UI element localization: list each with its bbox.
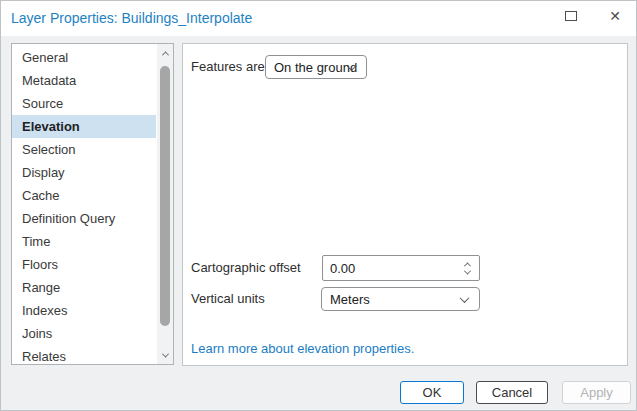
sidebar-item-selection[interactable]: Selection	[12, 138, 156, 161]
sidebar-item-floors[interactable]: Floors	[12, 253, 156, 276]
sidebar-item-definition-query[interactable]: Definition Query	[12, 207, 156, 230]
dialog-title: Layer Properties: Buildings_Interpolate	[11, 10, 252, 26]
elevation-settings-panel: Features are On the ground Cartographic …	[182, 43, 628, 366]
sidebar-item-cache[interactable]: Cache	[12, 184, 156, 207]
layer-properties-dialog: Layer Properties: Buildings_Interpolate …	[0, 0, 637, 411]
sidebar-scrollbar[interactable]	[157, 44, 173, 364]
sidebar-item-indexes[interactable]: Indexes	[12, 299, 156, 322]
sidebar-item-elevation[interactable]: Elevation	[12, 115, 156, 138]
cartographic-offset-label: Cartographic offset	[191, 255, 301, 281]
cartographic-offset-field	[322, 255, 480, 281]
maximize-button[interactable]	[554, 1, 588, 31]
features-are-dropdown[interactable]: On the ground	[265, 55, 367, 79]
vertical-units-value: Meters	[330, 292, 370, 307]
vertical-units-label: Vertical units	[191, 287, 265, 311]
elevation-help-link[interactable]: Learn more about elevation properties.	[191, 341, 414, 356]
maximize-icon	[565, 11, 577, 21]
cancel-button[interactable]: Cancel	[476, 381, 548, 404]
scrollbar-thumb[interactable]	[160, 66, 170, 326]
sidebar-item-relates[interactable]: Relates	[12, 345, 156, 368]
features-are-label: Features are	[191, 55, 265, 79]
sidebar-list: GeneralMetadataSourceElevationSelectionD…	[12, 46, 156, 368]
properties-category-list: GeneralMetadataSourceElevationSelectionD…	[11, 43, 174, 365]
sidebar-item-general[interactable]: General	[12, 46, 156, 69]
titlebar: Layer Properties: Buildings_Interpolate …	[1, 1, 636, 36]
chevron-down-icon	[460, 293, 470, 303]
close-icon: ✕	[609, 9, 621, 23]
sidebar-item-range[interactable]: Range	[12, 276, 156, 299]
sidebar-item-source[interactable]: Source	[12, 92, 156, 115]
cartographic-offset-input[interactable]	[323, 256, 453, 280]
scroll-down-icon[interactable]	[157, 348, 173, 362]
sidebar-item-display[interactable]: Display	[12, 161, 156, 184]
sidebar-item-metadata[interactable]: Metadata	[12, 69, 156, 92]
cartographic-offset-stepper[interactable]	[461, 256, 473, 280]
close-button[interactable]: ✕	[598, 1, 632, 31]
sidebar-item-time[interactable]: Time	[12, 230, 156, 253]
ok-button[interactable]: OK	[400, 381, 464, 404]
scroll-up-icon[interactable]	[157, 46, 173, 60]
spinner-down-icon[interactable]	[463, 267, 470, 274]
apply-button: Apply	[562, 381, 631, 404]
features-are-value: On the ground	[274, 60, 357, 75]
sidebar-item-joins[interactable]: Joins	[12, 322, 156, 345]
vertical-units-dropdown[interactable]: Meters	[321, 287, 480, 311]
